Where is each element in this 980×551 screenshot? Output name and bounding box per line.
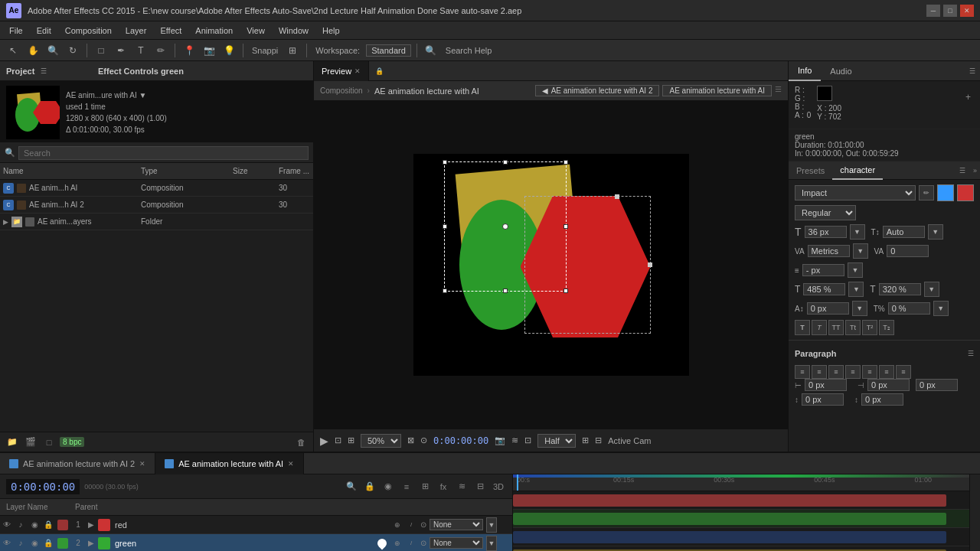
view-icon[interactable]: ⊙ — [420, 435, 427, 445]
camera-tool[interactable]: 📷 — [201, 42, 217, 59]
menu-layer[interactable]: Layer — [119, 24, 153, 37]
tl-tab-1[interactable]: AE animation lecture with AI 2 ✕ — [0, 453, 155, 474]
parent-select-1[interactable]: None — [430, 519, 483, 530]
tl-shy-btn[interactable]: ≡ — [399, 479, 414, 494]
color-swatch-1[interactable] — [937, 184, 954, 201]
indent-3-input[interactable] — [916, 379, 958, 391]
tl-collapse-btn[interactable]: ⊞ — [417, 479, 433, 494]
size-down-icon[interactable]: ▼ — [850, 224, 865, 240]
character-menu-icon[interactable]: ☰ — [955, 167, 970, 174]
workspace-select[interactable]: Standard — [366, 44, 411, 57]
pin-tool[interactable]: 📍 — [181, 42, 198, 59]
tab-presets[interactable]: Presets — [789, 161, 832, 180]
track-2[interactable] — [513, 510, 969, 528]
list-item[interactable]: ▶ 📁 AE anim...ayers Folder — [0, 214, 313, 230]
ruler-bar[interactable]: 00:s 00:15s 00:30s 00:45s 01:00 — [513, 474, 969, 491]
sub-btn[interactable]: T₂ — [879, 320, 894, 335]
leading-input[interactable] — [883, 226, 925, 238]
close-button[interactable]: ✕ — [960, 5, 974, 17]
tl-lock-btn[interactable]: 🔒 — [362, 479, 377, 494]
h-scale-down[interactable]: ▼ — [848, 282, 864, 297]
track-4[interactable] — [513, 546, 969, 551]
menu-edit[interactable]: Edit — [31, 24, 57, 37]
menu-window[interactable]: Window — [273, 24, 315, 37]
search-input[interactable] — [18, 146, 309, 160]
bpc-badge[interactable]: 8 bpc — [60, 437, 84, 447]
audio-2[interactable]: ♪ — [14, 539, 28, 547]
tl-fx-btn[interactable]: fx — [436, 479, 451, 494]
menu-help[interactable]: Help — [316, 24, 346, 37]
justify-btn[interactable]: ≡ — [845, 365, 861, 379]
vis-2[interactable]: 👁 — [0, 539, 14, 547]
snap-btn[interactable]: ⊡ — [335, 435, 341, 445]
h-scale-input[interactable] — [803, 283, 845, 295]
allcaps-btn[interactable]: TT — [828, 320, 844, 335]
anchor-icon-2[interactable]: ⊕ — [391, 537, 403, 549]
solo-1[interactable]: ◉ — [28, 520, 41, 529]
parent-down-2[interactable]: ▼ — [486, 536, 497, 551]
fit-icon[interactable]: ⊠ — [407, 435, 414, 445]
v-scale-down[interactable]: ▼ — [924, 282, 939, 297]
comp-more-icon[interactable]: ☰ — [775, 85, 782, 96]
baseline-input[interactable] — [807, 302, 849, 315]
timeline-scroll[interactable] — [969, 474, 980, 551]
3d-icon[interactable]: ⊟ — [595, 435, 602, 445]
hand-tool[interactable]: ✋ — [24, 42, 41, 59]
tl-tab-2[interactable]: AE animation lecture with AI ✕ — [155, 453, 304, 474]
align-left-btn[interactable]: ≡ — [795, 365, 810, 379]
menu-view[interactable]: View — [240, 24, 271, 37]
search-icon[interactable]: 🔍 — [423, 42, 439, 59]
new-comp-btn[interactable]: 🎬 — [23, 435, 38, 450]
snap-toggle[interactable]: ⊞ — [284, 42, 301, 59]
metrics-select[interactable] — [808, 245, 850, 257]
layer-row-2[interactable]: 👁 ♪ ◉ 🔒 2 ▶ green ⊕ / — [0, 534, 512, 551]
px-input-1[interactable] — [802, 264, 844, 276]
menu-file[interactable]: File — [3, 24, 29, 37]
kern-input[interactable] — [888, 302, 930, 315]
text-tool[interactable]: T — [132, 42, 149, 59]
parent-down-1[interactable]: ▼ — [486, 517, 497, 533]
expand-1[interactable]: ▶ — [86, 520, 96, 529]
minimize-button[interactable]: ─ — [926, 5, 940, 17]
camera-icon[interactable]: 📷 — [495, 435, 505, 445]
super-btn[interactable]: T² — [862, 320, 877, 335]
bold-btn[interactable]: T — [795, 320, 810, 335]
tl-adj-btn[interactable]: ⊟ — [472, 479, 488, 494]
select-tool[interactable]: ↖ — [5, 42, 21, 59]
render-icon[interactable]: ⊡ — [524, 435, 531, 445]
align-center-btn[interactable]: ≡ — [812, 365, 827, 379]
font-size-input[interactable] — [805, 226, 847, 238]
maximize-button[interactable]: □ — [943, 5, 957, 17]
play-btn[interactable]: ▶ — [320, 435, 328, 447]
justify-force-btn[interactable]: ≡ — [879, 365, 894, 379]
baseline-down[interactable]: ▼ — [852, 301, 867, 316]
audio-1[interactable]: ♪ — [14, 520, 28, 529]
font-style-select[interactable]: Regular — [795, 205, 856, 220]
character-expand-icon[interactable]: » — [970, 167, 980, 174]
indent-right-input[interactable] — [867, 379, 910, 391]
lock-2[interactable]: 🔒 — [41, 539, 55, 547]
v-scale-input[interactable] — [879, 283, 921, 295]
metrics-down-icon[interactable]: ▼ — [853, 243, 868, 259]
playhead[interactable] — [517, 474, 518, 491]
canvas-area[interactable] — [314, 101, 788, 429]
tl-search-btn[interactable]: 🔍 — [344, 479, 359, 494]
font-family-select[interactable]: Impact — [795, 185, 916, 201]
motion-blur-icon[interactable]: ≋ — [511, 435, 518, 445]
window-controls[interactable]: ─ □ ✕ — [926, 5, 974, 17]
space-after-input[interactable] — [861, 393, 903, 406]
align-right-btn[interactable]: ≡ — [828, 365, 844, 379]
list-item[interactable]: C AE anim...h AI 2 Composition 30 — [0, 197, 313, 214]
list-item[interactable]: C AE anim...h AI Composition 30 — [0, 180, 313, 197]
light-tool[interactable]: 💡 — [220, 42, 237, 59]
paragraph-menu-icon[interactable]: ☰ — [968, 350, 974, 357]
comp-tab-1[interactable]: ◀ AE animation lecture with AI 2 — [535, 85, 660, 96]
vis-1[interactable]: 👁 — [0, 520, 14, 529]
project-menu-icon[interactable]: ☰ — [41, 67, 47, 75]
smallcaps-btn[interactable]: Tt — [845, 320, 861, 335]
tl-tab-1-close[interactable]: ✕ — [139, 460, 145, 468]
italic-btn[interactable]: T — [812, 320, 827, 335]
menu-effect[interactable]: Effect — [154, 24, 188, 37]
tab-character[interactable]: character — [832, 161, 883, 180]
leading-down-icon[interactable]: ▼ — [928, 224, 943, 240]
